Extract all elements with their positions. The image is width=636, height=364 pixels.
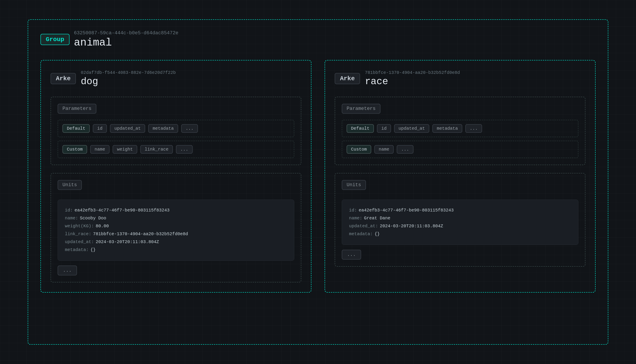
left-unit-name-row: name: Scooby Doo [65, 214, 287, 222]
right-params-section: Parameters Default id updated_at metadat… [335, 97, 585, 165]
right-default-ellipsis[interactable]: ... [465, 124, 482, 133]
left-unit-updated-at-row: updated_at: 2024-03-20T20:11:03.804Z [65, 238, 287, 246]
right-custom-ellipsis[interactable]: ... [397, 145, 413, 154]
right-unit-metadata-row: metadata: {} [349, 230, 571, 238]
left-unit-weight-value: 80.00 [96, 222, 109, 230]
left-unit-link-race-row: link_race: 781bbfce-1370-4904-aa20-b32b5… [65, 230, 287, 238]
right-custom-name[interactable]: name [374, 145, 394, 154]
right-params-label: Parameters [342, 104, 380, 114]
right-unit-metadata-key: metadata: [349, 230, 373, 238]
right-unit-metadata-value: {} [374, 230, 380, 238]
left-unit-weight-row: weight(KG): 80.00 [65, 222, 287, 230]
left-unit-weight-key: weight(KG): [65, 222, 94, 230]
left-arke-header: Arke 02daf7db-f544-4083-882e-7d6e20d7f22… [51, 70, 301, 87]
right-units-label: Units [342, 180, 366, 190]
left-default-ellipsis[interactable]: ... [181, 124, 198, 133]
right-unit-name-value: Great Dane [364, 214, 390, 222]
right-column: Arke 781bbfce-1370-4904-aa20-b32b52fd0e8… [325, 60, 595, 292]
columns-container: Arke 02daf7db-f544-4083-882e-7d6e20d7f22… [41, 60, 595, 292]
left-unit-updated-at-key: updated_at: [65, 238, 94, 246]
left-unit-link-race-value: 781bbfce-1370-4904-aa20-b32b52fd0e8d [93, 230, 188, 238]
right-default-id[interactable]: id [377, 124, 391, 133]
right-unit-name-key: name: [349, 214, 362, 222]
right-units-section: Units id: ea42efb3-4c77-46f7-be90-803115… [335, 173, 585, 267]
right-unit-name-row: name: Great Dane [349, 214, 571, 222]
right-default-updated-at[interactable]: updated_at [394, 124, 429, 133]
left-units-label: Units [58, 180, 82, 190]
right-arke-header: Arke 781bbfce-1370-4904-aa20-b32b52fd0e8… [335, 70, 585, 87]
left-custom-name[interactable]: name [90, 145, 110, 154]
left-custom-weight[interactable]: weight [113, 145, 137, 154]
left-unit-card: id: ea42efb3-4c77-46f7-be90-803115f83243… [58, 200, 294, 261]
left-unit-id-value: ea42efb3-4c77-46f7-be90-803115f83243 [75, 206, 170, 214]
left-units-ellipsis-button[interactable]: ... [58, 266, 77, 276]
left-unit-id-key: id: [65, 206, 73, 214]
right-arke-name: race [365, 76, 460, 87]
left-default-metadata[interactable]: metadata [148, 124, 178, 133]
left-custom-ellipsis[interactable]: ... [176, 145, 193, 154]
right-unit-id-key: id: [349, 206, 357, 214]
group-header: Group 63250087-59ca-444c-b0e5-d64dac8547… [41, 30, 595, 48]
group-uuid: 63250087-59ca-444c-b0e5-d64dac85472e [74, 30, 178, 36]
left-unit-metadata-value: {} [90, 246, 96, 254]
right-unit-updated-at-key: updated_at: [349, 222, 378, 230]
right-default-metadata[interactable]: metadata [432, 124, 462, 133]
right-unit-card: id: ea42efb3-4c77-46f7-be90-803115f83243… [342, 200, 578, 245]
left-arke-badge: Arke [51, 73, 76, 84]
right-arke-badge: Arke [335, 73, 360, 84]
left-unit-link-race-key: link_race: [65, 230, 91, 238]
left-arke-name: dog [81, 76, 176, 87]
group-name: animal [74, 37, 178, 48]
page-wrapper: Group 63250087-59ca-444c-b0e5-d64dac8547… [0, 0, 636, 364]
left-default-tag[interactable]: Default [63, 124, 90, 133]
right-default-tag[interactable]: Default [347, 124, 374, 133]
left-unit-metadata-row: metadata: {} [65, 246, 287, 254]
right-unit-id-value: ea42efb3-4c77-46f7-be90-803115f83243 [359, 206, 454, 214]
right-custom-tag[interactable]: Custom [347, 145, 371, 154]
left-custom-tag[interactable]: Custom [63, 145, 87, 154]
left-unit-name-key: name: [65, 214, 78, 222]
right-unit-updated-at-value: 2024-03-20T20:11:03.804Z [380, 222, 443, 230]
left-params-section: Parameters Default id updated_at metadat… [51, 97, 301, 165]
right-arke-uuid: 781bbfce-1370-4904-aa20-b32b52fd0e8d [365, 70, 460, 75]
left-unit-name-value: Scooby Doo [80, 214, 106, 222]
right-default-row: Default id updated_at metadata ... [342, 120, 578, 137]
left-custom-row: Custom name weight link_race ... [58, 141, 294, 158]
right-unit-updated-at-row: updated_at: 2024-03-20T20:11:03.804Z [349, 222, 571, 230]
left-unit-metadata-key: metadata: [65, 246, 89, 254]
right-unit-id-row: id: ea42efb3-4c77-46f7-be90-803115f83243 [349, 206, 571, 214]
left-column: Arke 02daf7db-f544-4083-882e-7d6e20d7f22… [41, 60, 311, 292]
right-custom-row: Custom name ... [342, 141, 578, 158]
left-custom-link-race[interactable]: link_race [140, 145, 173, 154]
left-unit-updated-at-value: 2024-03-20T20:11:03.804Z [96, 238, 159, 246]
left-default-row: Default id updated_at metadata ... [58, 120, 294, 137]
group-badge: Group [41, 34, 70, 45]
left-arke-uuid: 02daf7db-f544-4083-882e-7d6e20d7f22b [81, 70, 176, 75]
group-box: Group 63250087-59ca-444c-b0e5-d64dac8547… [28, 19, 608, 345]
right-units-ellipsis-button[interactable]: ... [342, 250, 361, 260]
left-units-section: Units id: ea42efb3-4c77-46f7-be90-803115… [51, 173, 301, 282]
left-unit-id-row: id: ea42efb3-4c77-46f7-be90-803115f83243 [65, 206, 287, 214]
left-params-label: Parameters [58, 104, 96, 114]
left-default-id[interactable]: id [93, 124, 107, 133]
left-default-updated-at[interactable]: updated_at [110, 124, 145, 133]
